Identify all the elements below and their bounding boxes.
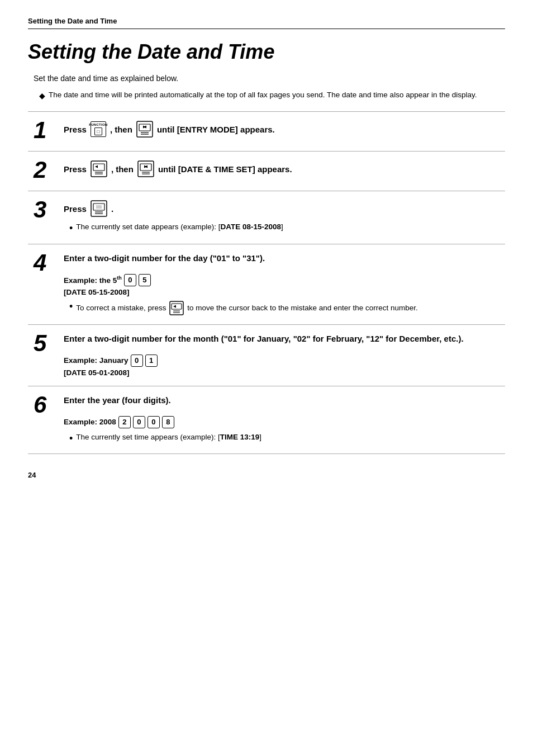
step-4-example-label: Example: the 5th 0 5: [64, 274, 499, 286]
bullet-dot-6: •: [69, 433, 73, 445]
nav-button-icon: [136, 121, 153, 138]
function-button-icon: FUNCTION □: [91, 121, 106, 137]
step-3: 3 Press . • The currently set date appea…: [28, 191, 505, 244]
step-4: 4 Enter a two-digit number for the day (…: [28, 244, 505, 325]
step-2-content: Press , then: [64, 160, 499, 177]
step-4-number: 4: [34, 251, 54, 275]
step-5-content: Enter a two-digit number for the month (…: [64, 334, 499, 377]
step-5-example-label: Example: January 0 1: [64, 355, 499, 367]
key-8-step6: 8: [162, 416, 174, 428]
key-2-step6: 2: [118, 416, 131, 428]
svg-rect-21: [96, 205, 102, 209]
key-0-step4: 0: [124, 274, 136, 286]
step-2-until-label: until [DATE & TIME SET] appears.: [158, 164, 292, 174]
page-number: 24: [28, 471, 505, 479]
step-4-content: Enter a two-digit number for the day ("0…: [64, 253, 499, 315]
step-4-main-text: Enter a two-digit number for the day ("0…: [64, 253, 265, 263]
header-title: Setting the Date and Time: [28, 17, 117, 25]
nav-button-2-icon: [137, 160, 154, 177]
step-6-main-text: Enter the year (four digits).: [64, 395, 171, 405]
diamond-icon: ◆: [39, 91, 45, 100]
key-0a-step6: 0: [133, 416, 145, 428]
step-6-number: 6: [34, 393, 54, 417]
function-label: FUNCTION: [89, 123, 107, 126]
step-5-date-display: [DATE 05-01-2008]: [64, 368, 499, 377]
cursor-back-icon: [169, 301, 184, 315]
bullet-dot-3: •: [69, 223, 73, 235]
step-6-content: Enter the year (four digits). Example: 2…: [64, 395, 499, 445]
step-4-extra: Example: the 5th 0 5 [DATE 05-15-2008]: [64, 268, 499, 296]
bullet-dot-4: •: [69, 301, 73, 313]
step-2-press-label: Press: [64, 164, 87, 174]
step-3-number: 3: [34, 198, 54, 221]
steps-container: 1 Press FUNCTION □ , then: [28, 111, 505, 454]
step-1-press-label: Press: [64, 125, 87, 134]
step-1-content: Press FUNCTION □ , then until [ENTRY MOD…: [64, 121, 499, 138]
step-3-press-label: Press: [64, 204, 87, 214]
step-1-until-label: until [ENTRY MODE] appears.: [157, 125, 275, 134]
superscript-th: th: [117, 275, 122, 281]
step-3-sub-text: The currently set date appears (example)…: [76, 223, 283, 231]
step-3-content: Press . • The currently set date appears…: [64, 200, 499, 235]
step-2-then-label: , then: [111, 164, 134, 174]
step-6-example-label: Example: 2008 2 0 0 8: [64, 416, 499, 428]
step-2-main: Press , then: [64, 160, 499, 177]
step-4-date-display: [DATE 05-15-2008]: [64, 288, 499, 296]
bullet-note: ◆ The date and time will be printed auto…: [39, 91, 505, 100]
key-5-step4: 5: [139, 274, 151, 286]
step-4-sub: • To correct a mistake, press to move th…: [69, 301, 499, 315]
step-5-main: Enter a two-digit number for the month (…: [64, 334, 499, 343]
nav-button-1-icon: [91, 160, 107, 177]
step-5-number: 5: [34, 332, 54, 355]
step-6-sub-text: The currently set time appears (example)…: [76, 433, 261, 441]
step-6: 6 Enter the year (four digits). Example:…: [28, 386, 505, 455]
step-6-sub: • The currently set time appears (exampl…: [69, 433, 499, 445]
step-1-number: 1: [34, 119, 54, 142]
note-text: The date and time will be printed automa…: [49, 91, 477, 99]
page-header: Setting the Date and Time: [28, 17, 505, 29]
function-inner-icon: □: [94, 127, 102, 135]
step-5-extra: Example: January 0 1 [DATE 05-01-2008]: [64, 349, 499, 377]
enter-button-icon: [91, 200, 107, 217]
key-0-step5: 0: [131, 355, 143, 367]
step-6-main: Enter the year (four digits).: [64, 395, 499, 405]
key-1-step5: 1: [145, 355, 158, 367]
intro-text: Set the date and time as explained below…: [34, 74, 505, 83]
step-3-main: Press .: [64, 200, 499, 217]
step-1-then-label: , then: [110, 125, 132, 134]
step-1-main: Press FUNCTION □ , then until [ENTRY MOD…: [64, 121, 499, 138]
step-5-main-text: Enter a two-digit number for the month (…: [64, 334, 464, 343]
step-5-example-text: Example: January: [64, 356, 129, 365]
step-5: 5 Enter a two-digit number for the month…: [28, 325, 505, 386]
step-4-sub-text: To correct a mistake, press to move the …: [76, 301, 418, 315]
step-4-main: Enter a two-digit number for the day ("0…: [64, 253, 499, 263]
key-0b-step6: 0: [147, 416, 160, 428]
step-2: 2 Press , then: [28, 152, 505, 191]
step-2-number: 2: [34, 158, 54, 182]
step-3-sub: • The currently set date appears (exampl…: [69, 223, 499, 235]
step-6-example-text: Example: 2008: [64, 418, 116, 426]
page-title: Setting the Date and Time: [28, 40, 505, 64]
step-4-example-text: Example: the 5th: [64, 275, 122, 285]
step-6-extra: Example: 2008 2 0 0 8: [64, 410, 499, 428]
step-1: 1 Press FUNCTION □ , then: [28, 112, 505, 152]
step-3-period: .: [111, 204, 113, 214]
